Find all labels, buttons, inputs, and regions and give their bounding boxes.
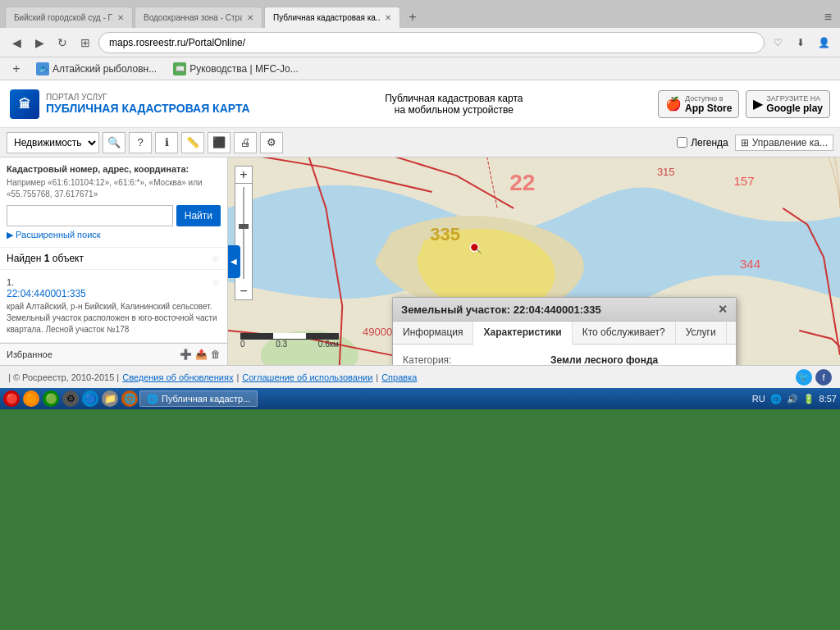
results-star-icon[interactable]: ☆ [212,253,221,264]
property-type-select[interactable]: Недвижимость [7,132,99,153]
twitter-icon[interactable]: 🐦 [796,369,812,386]
forward-button[interactable]: ▶ [30,33,49,52]
portal-title: ПУБЛИЧНАЯ КАДАСТРОВАЯ КАРТА [46,102,250,115]
taskbar-network-icon: 🌐 [770,394,782,404]
app-store-button[interactable]: 🍎 Доступно в App Store [658,90,739,118]
popup-category-label: Категория: [403,354,550,365]
tab-3-label: Публичная кадастровая ка... [273,13,380,22]
settings-tool-button[interactable]: ⚙ [260,132,283,153]
result-star-icon[interactable]: ☆ [212,276,221,288]
google-play-name: Google play [766,103,823,114]
manage-button[interactable]: ⊞ Управление ка... [735,135,833,151]
popup-tab-service[interactable]: Кто обслуживает? [573,322,676,344]
url-bar[interactable] [98,32,765,53]
print-tool-button[interactable]: 🖨 [234,132,257,153]
zoom-controls: + − [235,166,253,300]
tab-2-label: Водоохранная зона - Стра... [144,13,242,22]
collapse-sidebar-button[interactable]: ◀ [228,245,240,278]
favorites-icons: ➕ 📤 🗑 [180,349,221,360]
result-item-1: ☆ 1. 22:04:440001:335 край Алтайский, р-… [0,270,227,343]
search-area: Кадастровый номер, адрес, координата: На… [0,158,227,247]
bookmark-star-icon[interactable]: ♡ [768,33,788,52]
app-store-name: App Store [685,103,732,114]
bookmark-2-icon: 📖 [173,62,186,75]
search-tool-button[interactable]: 🔍 [103,132,126,153]
zoom-in-button[interactable]: + [235,166,253,184]
popup-close-button[interactable]: ✕ [718,303,728,316]
home-button[interactable]: ⊞ [75,33,95,52]
bookmark-1[interactable]: 🐟 Алтайский рыболовн... [30,61,163,77]
favorites-bar: Избранное ➕ 📤 🗑 [0,343,227,365]
download-icon[interactable]: ⬇ [791,33,810,52]
results-count: Найден 1 объект [7,253,84,264]
nav-bar: ◀ ▶ ↻ ⊞ ♡ ⬇ 👤 [0,28,840,57]
footer-link-help[interactable]: Справка [381,372,417,382]
app-store-label: Доступно в App Store [685,94,732,114]
taskbar-icon-3[interactable]: 🟢 [43,390,59,407]
tab-2-close[interactable]: ✕ [247,13,253,22]
favorites-delete-icon[interactable]: 🗑 [211,349,221,360]
app-store-block: 🍎 Доступно в App Store ▶ ЗАГРУЗИТЕ НА Go… [658,90,830,118]
google-play-button[interactable]: ▶ ЗАГРУЗИТЕ НА Google play [746,90,830,118]
legend-checkbox[interactable] [677,137,687,148]
result-link[interactable]: 22:04:440001:335 [7,288,221,299]
map-container[interactable]: 22 335 157 344 66 490003 315 + − ◀ [228,158,840,365]
results-unit: объект [52,253,84,264]
favorites-add-icon[interactable]: ➕ [180,349,192,360]
search-row: Найти [7,205,221,226]
back-button[interactable]: ◀ [7,33,26,52]
reload-button[interactable]: ↻ [52,33,72,52]
bookmark-1-label: Алтайский рыболовн... [52,63,157,75]
taskbar-icon-5[interactable]: 🔵 [82,390,98,407]
popup-tab-info[interactable]: Информация [393,322,473,344]
taskbar-icon-2[interactable]: 🟠 [23,390,39,407]
facebook-icon[interactable]: f [815,369,832,386]
search-button[interactable]: Найти [176,205,221,226]
manage-grid-icon: ⊞ [741,137,749,148]
scale-labels: 0 0.3 0.6км [240,340,339,349]
result-num: 1. [7,277,14,287]
taskbar-browser-icon: 🌐 [147,394,158,404]
tab-menu-button[interactable]: ≡ [821,7,835,28]
taskbar-icon-7[interactable]: 🌐 [121,390,138,407]
search-input[interactable] [7,205,173,226]
zoom-out-button[interactable]: − [235,282,253,300]
footer-link-updates[interactable]: Сведения об обновлениях [122,372,233,382]
apple-icon: 🍎 [665,96,682,112]
tab-3[interactable]: Публичная кадастровая ка... ✕ [264,7,400,28]
polygon-tool-button[interactable]: ⬛ [208,132,231,153]
tab-1-close[interactable]: ✕ [117,13,124,22]
popup-tab-characteristics[interactable]: Характеристики [473,322,572,345]
new-tab-button[interactable]: + [402,7,423,28]
portal-logo-icon: 🏛 [10,89,39,119]
tab-1[interactable]: Бийский городской суд - Г... ✕ [5,7,133,28]
popup-category-row: Категория: Земли лесного фонда [403,354,726,365]
add-bookmark-button[interactable]: + [7,59,26,79]
taskbar-locale[interactable]: RU [752,394,765,404]
search-label: Кадастровый номер, адрес, координата: [7,164,221,174]
tab-2[interactable]: Водоохранная зона - Стра... ✕ [135,7,262,28]
taskbar-window-browser[interactable]: 🌐 Публичная кадастр... [139,390,258,407]
search-hint: Например «61:6:10104:12», «61:6:*», «Мос… [7,177,221,200]
map-label-22: 22 [509,170,535,196]
portal-center: Публичная кадастровая карта на мобильном… [250,93,658,116]
taskbar-icon-4[interactable]: ⚙ [62,390,79,407]
results-header: Найден 1 объект ☆ [0,247,227,270]
account-icon[interactable]: 👤 [814,33,833,52]
favorites-export-icon[interactable]: 📤 [195,349,208,360]
taskbar-icon-6[interactable]: 📁 [102,390,118,407]
popup-tab-services[interactable]: Услуги [676,322,727,344]
map-label-157: 157 [734,174,755,188]
measure-tool-button[interactable]: 📏 [181,132,204,153]
legend-label: Легенда [691,137,728,148]
info2-tool-button[interactable]: ℹ [155,132,178,153]
advanced-search-link[interactable]: ▶ Расширенный поиск [7,230,221,240]
tab-3-close[interactable]: ✕ [385,13,391,22]
bookmark-2[interactable]: 📖 Руководства | MFC-Jo... [167,61,305,77]
info-tool-button[interactable]: ? [129,132,152,153]
footer-link-agreement[interactable]: Соглашение об использовании [242,372,372,382]
scale-bar: 0 0.3 0.6км [240,333,339,349]
zoom-handle[interactable] [239,224,249,229]
legend-checkbox-label[interactable]: Легенда [677,137,728,148]
taskbar-icon-1[interactable]: 🔴 [3,390,20,407]
